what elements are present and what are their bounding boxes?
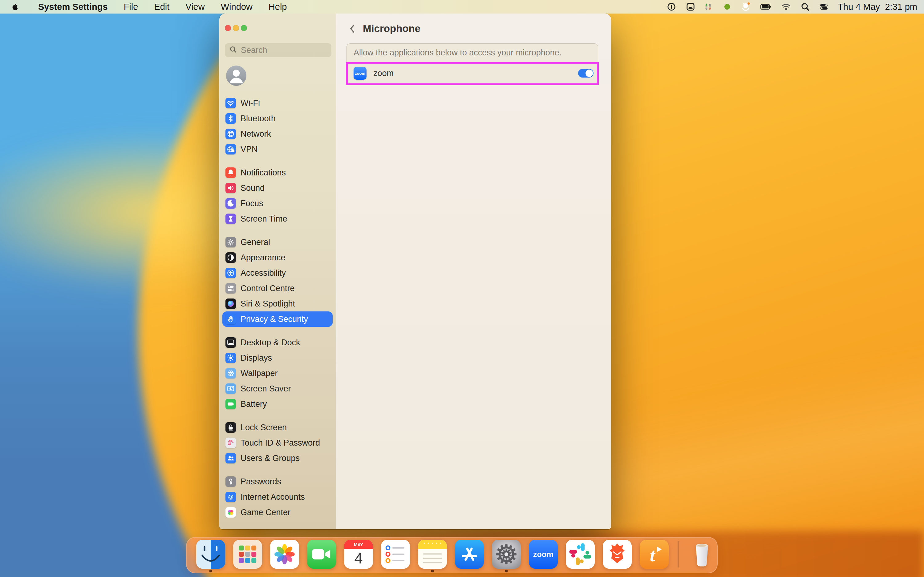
app-permission-row-zoom: zoomzoom <box>347 63 598 84</box>
dock-item-notes[interactable] <box>418 540 447 569</box>
zoom-microphone-toggle[interactable] <box>578 69 593 77</box>
dock-item-facetime[interactable] <box>307 540 336 569</box>
green-dot-icon[interactable] <box>723 1 731 12</box>
sidebar-item-label: Lock Screen <box>241 423 287 432</box>
sidebar-item-internet-accounts[interactable]: @Internet Accounts <box>222 489 333 504</box>
back-button[interactable] <box>346 22 359 35</box>
sidebar-item-vpn[interactable]: VPN <box>222 142 333 157</box>
cat-icon[interactable] <box>740 1 751 12</box>
dock-item-photos[interactable] <box>270 540 299 569</box>
sidebar-item-control-centre[interactable]: Control Centre <box>222 280 333 296</box>
sidebar-item-bluetooth[interactable]: Bluetooth <box>222 111 333 126</box>
menubar-menu-window[interactable]: Window <box>221 2 252 12</box>
globe-icon <box>225 129 236 139</box>
stats-icon[interactable] <box>705 1 714 12</box>
sidebar-item-wallpaper[interactable]: Wallpaper <box>222 366 333 381</box>
menubar-clock[interactable]: Thu 4 May 2:31 pm <box>838 2 917 12</box>
sidebar-item-lock-screen[interactable]: Lock Screen <box>222 420 333 435</box>
power-ring-icon[interactable] <box>667 1 676 12</box>
globe-lock-icon <box>225 144 236 155</box>
settings-content-pane: Microphone Allow the applications below … <box>336 13 611 529</box>
sidebar-item-label: Accessibility <box>241 268 286 278</box>
dock-item-bin[interactable] <box>687 540 716 569</box>
sidebar-item-game-center[interactable]: Game Center <box>222 504 333 520</box>
bell-icon <box>225 168 236 178</box>
flower-icon <box>225 368 236 379</box>
sidebar-item-label: Game Center <box>241 508 291 517</box>
sidebar-item-appearance[interactable]: Appearance <box>222 250 333 265</box>
sidebar-item-users-groups[interactable]: Users & Groups <box>222 451 333 466</box>
hand-icon <box>225 314 236 324</box>
menubar-menu-help[interactable]: Help <box>268 2 287 12</box>
control-center-icon[interactable] <box>819 1 829 12</box>
dock-item-finder[interactable] <box>196 540 225 569</box>
sidebar-item-wi-fi[interactable]: Wi-Fi <box>222 95 333 111</box>
dock-item-zoom[interactable]: zoom <box>529 540 558 569</box>
dock-item-system-settings[interactable] <box>492 540 521 569</box>
sidebar-item-label: Screen Saver <box>241 384 291 393</box>
sidebar-item-privacy-security[interactable]: Privacy & Security <box>222 311 333 327</box>
sidebar-item-touch-id-password[interactable]: Touch ID & Password <box>222 435 333 451</box>
sidebar-item-notifications[interactable]: Notifications <box>222 165 333 181</box>
content-header: Microphone <box>336 13 611 44</box>
minimize-window-button[interactable] <box>233 25 239 31</box>
menubar-app-name[interactable]: System Settings <box>38 2 108 12</box>
sidebar-item-label: VPN <box>241 145 258 154</box>
speaker-icon <box>225 183 236 193</box>
sidebar-item-label: Wi-Fi <box>241 98 260 108</box>
sidebar-item-battery[interactable]: Battery <box>222 396 333 412</box>
settings-sidebar: Wi-FiBluetoothNetworkVPNNotificationsSou… <box>219 13 336 529</box>
sun-icon <box>225 353 236 363</box>
at-sign-icon: @ <box>225 492 236 502</box>
running-indicator-dot <box>505 570 508 572</box>
microphone-apps-card: Allow the applications below to access y… <box>347 44 598 84</box>
sidebar-group-gap <box>222 412 333 420</box>
menubar-menu-view[interactable]: View <box>186 2 205 12</box>
dock-item-launchpad[interactable] <box>233 540 262 569</box>
menubar-menu-edit[interactable]: Edit <box>154 2 170 12</box>
apple-menu-icon[interactable] <box>10 1 20 12</box>
dock-item-reminders[interactable] <box>381 540 410 569</box>
moon-icon <box>225 198 236 209</box>
fingerprint-icon <box>225 438 236 448</box>
user-avatar[interactable] <box>226 66 246 86</box>
dock-item-calendar[interactable]: MAY4 <box>344 540 373 569</box>
dock-item-t-video-app[interactable]: t <box>640 540 669 569</box>
sidebar-group-gap <box>222 520 333 528</box>
sidebar-item-label: Internet Accounts <box>241 492 305 502</box>
sidebar-item-screen-time[interactable]: Screen Time <box>222 211 333 227</box>
sidebar-item-general[interactable]: General <box>222 234 333 250</box>
dock-item-app-store[interactable] <box>455 540 484 569</box>
microphone-description: Allow the applications below to access y… <box>347 44 598 63</box>
search-input[interactable] <box>241 45 321 55</box>
sidebar-item-sound[interactable]: Sound <box>222 181 333 196</box>
sidebar-item-passwords[interactable]: Passwords <box>222 474 333 489</box>
accessibility-icon <box>225 268 236 278</box>
sidebar-item-accessibility[interactable]: Accessibility <box>222 265 333 280</box>
sidebar-search-field[interactable] <box>225 43 331 57</box>
close-window-button[interactable] <box>225 25 231 31</box>
dock-item-slack[interactable] <box>566 540 595 569</box>
battery-icon[interactable] <box>760 1 772 12</box>
sidebar-item-desktop-dock[interactable]: Desktop & Dock <box>222 335 333 350</box>
sidebar-item-network[interactable]: Network <box>222 126 333 142</box>
menubar-menu-file[interactable]: File <box>124 2 138 12</box>
siri-icon <box>225 298 236 309</box>
running-indicator-dot <box>210 570 212 572</box>
sidebar-item-siri-spotlight[interactable]: Siri & Spotlight <box>222 296 333 311</box>
bluetooth-icon <box>225 113 236 124</box>
sidebar-item-label: Desktop & Dock <box>241 338 300 347</box>
wifi-icon[interactable] <box>781 1 791 12</box>
zoom-window-button[interactable] <box>241 25 247 31</box>
dock-window-icon <box>225 337 236 348</box>
sidebar-item-label: Battery <box>241 400 267 409</box>
dock-item-brave[interactable] <box>603 540 632 569</box>
sidebar-item-keyboard[interactable]: Keyboard <box>222 528 333 529</box>
sidebar-item-displays[interactable]: Displays <box>222 350 333 366</box>
menu-bar: System Settings FileEditViewWindowHelp T… <box>0 0 924 13</box>
sidebar-item-focus[interactable]: Focus <box>222 196 333 211</box>
screenshot-app-icon[interactable] <box>686 1 695 12</box>
sidebar-item-label: Passwords <box>241 477 281 487</box>
spotlight-icon[interactable] <box>800 1 810 12</box>
sidebar-item-screen-saver[interactable]: Screen Saver <box>222 381 333 396</box>
